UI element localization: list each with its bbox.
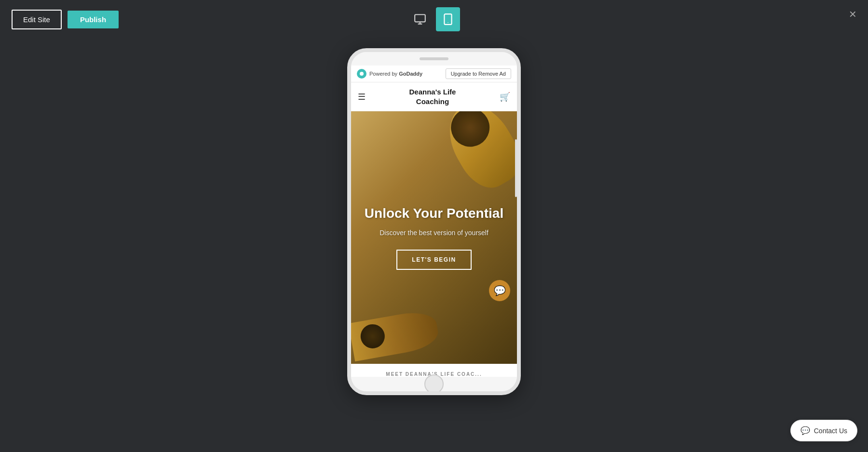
svg-rect-3 (444, 14, 451, 25)
godaddy-logo-icon (357, 69, 366, 79)
site-title: Deanna's LifeCoaching (409, 87, 456, 106)
cart-icon[interactable]: 🛒 (500, 92, 510, 102)
site-navigation: ☰ Deanna's LifeCoaching 🛒 (351, 82, 517, 111)
home-button[interactable] (424, 374, 444, 394)
phone-mockup: Powered by GoDaddy Upgrade to Remove Ad … (347, 48, 521, 395)
phone-speaker (420, 57, 448, 60)
phone-top-bar (351, 52, 517, 66)
spoon-bottom-decoration (351, 308, 441, 361)
hero-content: Unlock Your Potential Discover the best … (355, 196, 513, 280)
top-bar: Edit Site Publish × (0, 0, 868, 39)
contact-us-button[interactable]: 💬 Contact Us (790, 420, 857, 441)
edit-site-button[interactable]: Edit Site (12, 10, 62, 29)
svg-point-5 (360, 72, 364, 76)
publish-button[interactable]: Publish (68, 11, 119, 28)
hero-background: Unlock Your Potential Discover the best … (351, 111, 517, 364)
hamburger-icon[interactable]: ☰ (358, 92, 366, 102)
powered-by-text: Powered by GoDaddy (369, 71, 422, 77)
mobile-view-button[interactable] (436, 7, 460, 31)
device-toggle (408, 7, 460, 31)
desktop-view-button[interactable] (408, 7, 432, 31)
chat-bubble-icon: 💬 (494, 285, 506, 296)
chat-bubble-button[interactable]: 💬 (489, 280, 510, 301)
phone-scrollbar (515, 139, 517, 197)
contact-chat-icon: 💬 (800, 426, 810, 435)
close-button[interactable]: × (849, 8, 856, 20)
spoon-top-decoration (436, 111, 517, 197)
phone-home-indicator (351, 377, 517, 391)
hero-section: Unlock Your Potential Discover the best … (351, 111, 517, 364)
godaddy-logo-area: Powered by GoDaddy (357, 69, 422, 79)
upgrade-button[interactable]: Upgrade to Remove Ad (446, 68, 511, 79)
cta-button[interactable]: LET'S BEGIN (396, 250, 471, 270)
phone-frame: Powered by GoDaddy Upgrade to Remove Ad … (347, 48, 521, 395)
hero-title: Unlock Your Potential (365, 205, 503, 222)
svg-rect-0 (415, 14, 425, 22)
godaddy-banner: Powered by GoDaddy Upgrade to Remove Ad (351, 66, 517, 82)
contact-us-label: Contact Us (814, 427, 847, 435)
hero-subtitle: Discover the best version of yourself (365, 228, 503, 238)
